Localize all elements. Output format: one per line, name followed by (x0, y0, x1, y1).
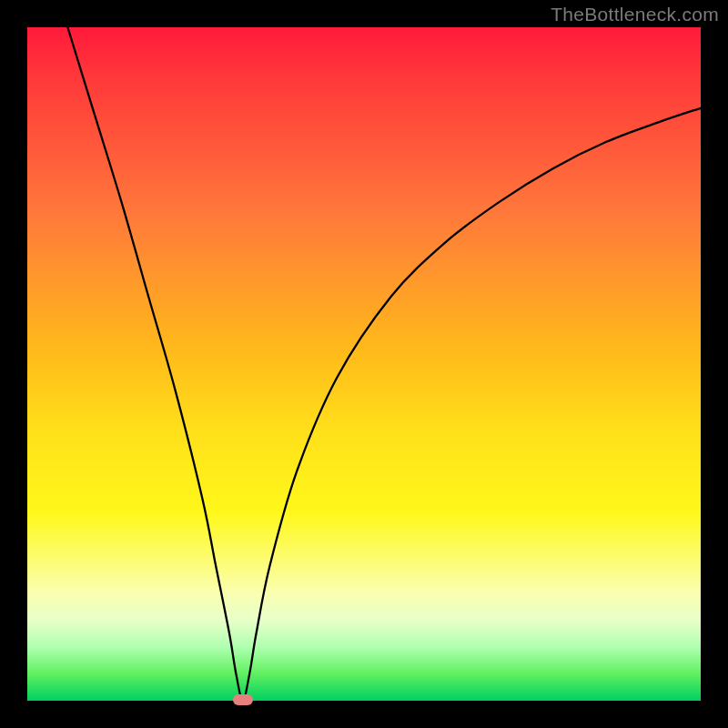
plot-area (27, 27, 701, 701)
attribution-text: TheBottleneck.com (551, 4, 719, 25)
bottleneck-curve (27, 27, 701, 701)
minimum-marker-icon (233, 694, 253, 705)
chart-frame: TheBottleneck.com (0, 0, 728, 728)
